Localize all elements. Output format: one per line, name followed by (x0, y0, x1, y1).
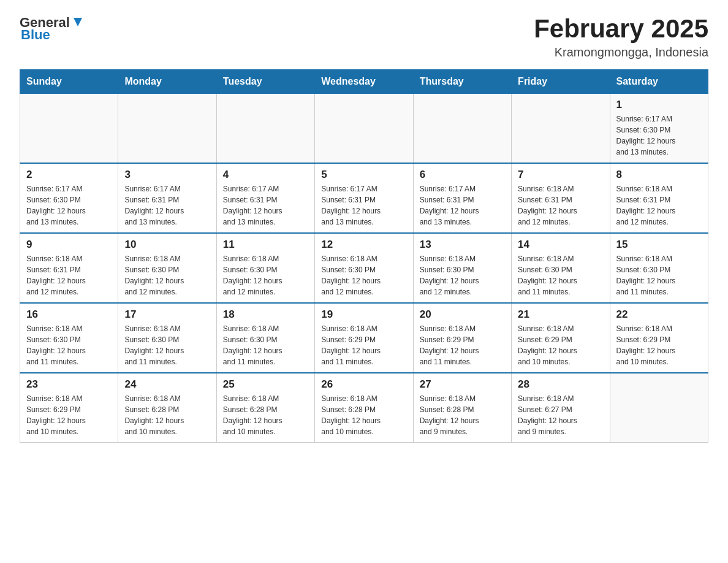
day-number: 17 (124, 308, 210, 321)
day-info: Sunrise: 6:18 AM Sunset: 6:29 PM Dayligh… (26, 393, 112, 437)
day-info: Sunrise: 6:18 AM Sunset: 6:30 PM Dayligh… (124, 323, 210, 367)
calendar-cell: 11Sunrise: 6:18 AM Sunset: 6:30 PM Dayli… (216, 233, 314, 303)
calendar-cell (315, 94, 413, 164)
calendar-cell: 27Sunrise: 6:18 AM Sunset: 6:28 PM Dayli… (413, 373, 511, 443)
day-number: 21 (518, 308, 603, 321)
day-info: Sunrise: 6:18 AM Sunset: 6:28 PM Dayligh… (321, 393, 406, 437)
day-number: 4 (223, 169, 308, 181)
calendar-cell: 22Sunrise: 6:18 AM Sunset: 6:29 PM Dayli… (610, 303, 708, 373)
day-info: Sunrise: 6:18 AM Sunset: 6:30 PM Dayligh… (420, 253, 505, 297)
calendar-cell (118, 94, 216, 164)
day-info: Sunrise: 6:17 AM Sunset: 6:30 PM Dayligh… (26, 183, 112, 228)
logo-blue: Blue (21, 27, 50, 43)
calendar-cell: 16Sunrise: 6:18 AM Sunset: 6:30 PM Dayli… (20, 303, 118, 373)
day-info: Sunrise: 6:18 AM Sunset: 6:29 PM Dayligh… (518, 323, 603, 367)
weekday-header-friday: Friday (512, 70, 610, 94)
day-number: 6 (420, 169, 505, 181)
day-number: 3 (124, 169, 210, 181)
weekday-header-sunday: Sunday (20, 70, 118, 94)
calendar-cell: 3Sunrise: 6:17 AM Sunset: 6:31 PM Daylig… (118, 163, 216, 233)
day-number: 10 (124, 239, 210, 251)
calendar-cell (20, 94, 118, 164)
day-number: 5 (321, 169, 406, 181)
day-number: 22 (616, 308, 702, 321)
calendar-week-row: 16Sunrise: 6:18 AM Sunset: 6:30 PM Dayli… (20, 303, 708, 373)
calendar-cell: 6Sunrise: 6:17 AM Sunset: 6:31 PM Daylig… (413, 163, 511, 233)
day-number: 19 (321, 308, 406, 321)
calendar-cell: 17Sunrise: 6:18 AM Sunset: 6:30 PM Dayli… (118, 303, 216, 373)
calendar-cell: 15Sunrise: 6:18 AM Sunset: 6:30 PM Dayli… (610, 233, 708, 303)
day-number: 8 (616, 169, 702, 181)
page-header: General Blue February 2025 Kramongmongga… (20, 15, 708, 59)
day-info: Sunrise: 6:18 AM Sunset: 6:30 PM Dayligh… (518, 253, 603, 297)
calendar-week-row: 23Sunrise: 6:18 AM Sunset: 6:29 PM Dayli… (20, 373, 708, 443)
day-info: Sunrise: 6:18 AM Sunset: 6:29 PM Dayligh… (321, 323, 406, 367)
calendar-cell: 19Sunrise: 6:18 AM Sunset: 6:29 PM Dayli… (315, 303, 413, 373)
day-info: Sunrise: 6:18 AM Sunset: 6:30 PM Dayligh… (223, 253, 308, 297)
calendar-table: SundayMondayTuesdayWednesdayThursdayFrid… (20, 69, 708, 443)
day-info: Sunrise: 6:18 AM Sunset: 6:30 PM Dayligh… (321, 253, 406, 297)
day-number: 26 (321, 378, 406, 391)
weekday-header-tuesday: Tuesday (216, 70, 314, 94)
calendar-cell: 12Sunrise: 6:18 AM Sunset: 6:30 PM Dayli… (315, 233, 413, 303)
day-info: Sunrise: 6:18 AM Sunset: 6:30 PM Dayligh… (124, 253, 210, 297)
day-info: Sunrise: 6:17 AM Sunset: 6:31 PM Dayligh… (223, 183, 308, 228)
calendar-week-row: 2Sunrise: 6:17 AM Sunset: 6:30 PM Daylig… (20, 163, 708, 233)
calendar-subtitle: Kramongmongga, Indonesia (534, 45, 708, 59)
weekday-header-saturday: Saturday (610, 70, 708, 94)
day-info: Sunrise: 6:18 AM Sunset: 6:29 PM Dayligh… (420, 323, 505, 367)
day-number: 2 (26, 169, 112, 181)
calendar-cell: 20Sunrise: 6:18 AM Sunset: 6:29 PM Dayli… (413, 303, 511, 373)
day-number: 28 (518, 378, 603, 391)
calendar-cell: 24Sunrise: 6:18 AM Sunset: 6:28 PM Dayli… (118, 373, 216, 443)
day-number: 9 (26, 239, 112, 251)
day-number: 15 (616, 239, 702, 251)
day-number: 25 (223, 378, 308, 391)
calendar-cell: 18Sunrise: 6:18 AM Sunset: 6:30 PM Dayli… (216, 303, 314, 373)
day-info: Sunrise: 6:18 AM Sunset: 6:28 PM Dayligh… (420, 393, 505, 437)
day-info: Sunrise: 6:18 AM Sunset: 6:30 PM Dayligh… (616, 253, 702, 297)
day-number: 1 (616, 99, 702, 111)
calendar-cell: 25Sunrise: 6:18 AM Sunset: 6:28 PM Dayli… (216, 373, 314, 443)
calendar-cell: 28Sunrise: 6:18 AM Sunset: 6:27 PM Dayli… (512, 373, 610, 443)
title-block: February 2025 Kramongmongga, Indonesia (534, 15, 708, 59)
calendar-title: February 2025 (534, 15, 708, 43)
day-info: Sunrise: 6:17 AM Sunset: 6:30 PM Dayligh… (616, 113, 702, 158)
day-number: 23 (26, 378, 112, 391)
day-info: Sunrise: 6:18 AM Sunset: 6:28 PM Dayligh… (223, 393, 308, 437)
calendar-cell: 10Sunrise: 6:18 AM Sunset: 6:30 PM Dayli… (118, 233, 216, 303)
calendar-cell (610, 373, 708, 443)
calendar-cell (413, 94, 511, 164)
svg-marker-0 (74, 18, 82, 26)
day-number: 11 (223, 239, 308, 251)
weekday-header-wednesday: Wednesday (315, 70, 413, 94)
calendar-cell (512, 94, 610, 164)
calendar-cell: 8Sunrise: 6:18 AM Sunset: 6:31 PM Daylig… (610, 163, 708, 233)
day-info: Sunrise: 6:18 AM Sunset: 6:27 PM Dayligh… (518, 393, 603, 437)
day-number: 24 (124, 378, 210, 391)
day-info: Sunrise: 6:17 AM Sunset: 6:31 PM Dayligh… (321, 183, 406, 228)
day-info: Sunrise: 6:17 AM Sunset: 6:31 PM Dayligh… (420, 183, 505, 228)
day-info: Sunrise: 6:18 AM Sunset: 6:30 PM Dayligh… (223, 323, 308, 367)
day-number: 12 (321, 239, 406, 251)
calendar-cell: 2Sunrise: 6:17 AM Sunset: 6:30 PM Daylig… (20, 163, 118, 233)
day-info: Sunrise: 6:17 AM Sunset: 6:31 PM Dayligh… (124, 183, 210, 228)
calendar-week-row: 9Sunrise: 6:18 AM Sunset: 6:31 PM Daylig… (20, 233, 708, 303)
calendar-cell: 5Sunrise: 6:17 AM Sunset: 6:31 PM Daylig… (315, 163, 413, 233)
logo: General Blue (20, 15, 85, 43)
calendar-cell: 26Sunrise: 6:18 AM Sunset: 6:28 PM Dayli… (315, 373, 413, 443)
weekday-header-thursday: Thursday (413, 70, 511, 94)
calendar-cell: 13Sunrise: 6:18 AM Sunset: 6:30 PM Dayli… (413, 233, 511, 303)
calendar-cell: 21Sunrise: 6:18 AM Sunset: 6:29 PM Dayli… (512, 303, 610, 373)
calendar-cell: 9Sunrise: 6:18 AM Sunset: 6:31 PM Daylig… (20, 233, 118, 303)
day-info: Sunrise: 6:18 AM Sunset: 6:30 PM Dayligh… (26, 323, 112, 367)
logo-triangle-icon (71, 15, 85, 29)
calendar-cell: 4Sunrise: 6:17 AM Sunset: 6:31 PM Daylig… (216, 163, 314, 233)
day-info: Sunrise: 6:18 AM Sunset: 6:31 PM Dayligh… (26, 253, 112, 297)
day-info: Sunrise: 6:18 AM Sunset: 6:29 PM Dayligh… (616, 323, 702, 367)
day-number: 18 (223, 308, 308, 321)
day-number: 20 (420, 308, 505, 321)
day-number: 14 (518, 239, 603, 251)
weekday-header-monday: Monday (118, 70, 216, 94)
calendar-week-row: 1Sunrise: 6:17 AM Sunset: 6:30 PM Daylig… (20, 94, 708, 164)
